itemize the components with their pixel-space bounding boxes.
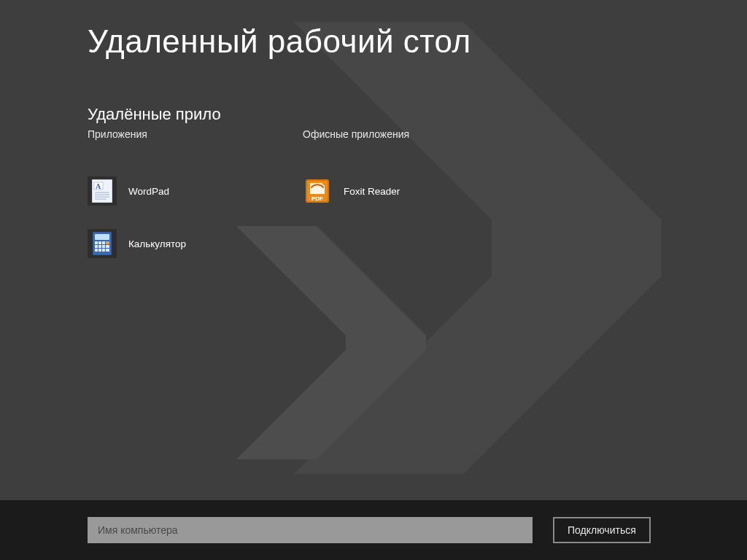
svg-rect-11 xyxy=(98,241,101,244)
column-header: Приложения xyxy=(88,128,303,140)
tile-list: PDF Foxit Reader xyxy=(303,176,518,206)
tile-label: WordPad xyxy=(128,186,169,197)
tile-calculator[interactable]: Калькулятор xyxy=(88,229,186,258)
column-office-applications: Офисные приложения PDF Foxit Reader xyxy=(303,124,518,258)
calculator-icon xyxy=(93,232,112,255)
svg-rect-19 xyxy=(98,249,101,252)
page-title: Удаленный рабочий стол xyxy=(88,23,718,60)
svg-rect-9 xyxy=(95,234,109,240)
svg-rect-17 xyxy=(106,245,109,248)
svg-rect-21 xyxy=(106,249,109,252)
tile-icon-wrap: A xyxy=(88,176,117,206)
column-header: Офисные приложения xyxy=(303,128,518,140)
computer-name-input[interactable] xyxy=(88,517,533,543)
svg-text:A: A xyxy=(96,182,101,190)
svg-rect-15 xyxy=(98,245,101,248)
tile-label: Калькулятор xyxy=(128,238,186,249)
app-columns: Приложения A xyxy=(88,124,718,258)
tile-foxit-reader[interactable]: PDF Foxit Reader xyxy=(303,176,400,206)
connect-button[interactable]: Подключиться xyxy=(553,517,651,543)
svg-rect-14 xyxy=(95,245,98,248)
tile-list: A WordPad xyxy=(88,176,303,258)
column-applications: Приложения A xyxy=(88,124,303,258)
svg-rect-10 xyxy=(95,241,98,244)
svg-rect-12 xyxy=(102,241,105,244)
svg-rect-20 xyxy=(102,249,105,252)
svg-rect-18 xyxy=(95,249,98,252)
svg-rect-13 xyxy=(106,241,109,244)
section-title: Удалённые прило xyxy=(88,105,718,124)
svg-text:PDF: PDF xyxy=(311,195,323,202)
tile-label: Foxit Reader xyxy=(344,186,400,197)
svg-rect-16 xyxy=(102,245,105,248)
bg-arrow-small-icon xyxy=(236,226,470,459)
wordpad-icon: A xyxy=(92,179,112,203)
tile-wordpad[interactable]: A WordPad xyxy=(88,176,169,206)
foxit-reader-icon: PDF xyxy=(306,179,329,203)
bottom-bar: Подключиться xyxy=(0,500,747,560)
tile-icon-wrap: PDF xyxy=(303,176,332,206)
tile-icon-wrap xyxy=(88,229,117,258)
